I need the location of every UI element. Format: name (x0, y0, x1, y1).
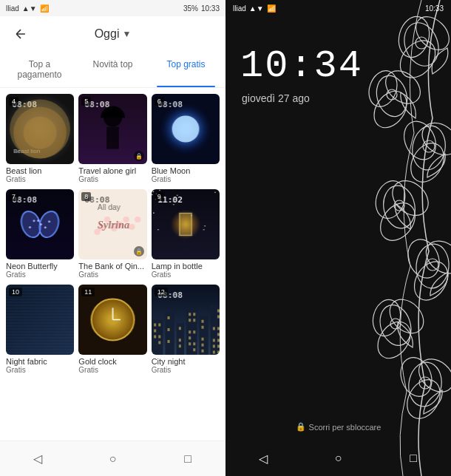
wallpaper-name: The Bank of Qin... (78, 262, 146, 271)
thumbnail: 12 (152, 285, 220, 355)
list-item[interactable]: 9 Lamp in bottle Gratis (152, 189, 220, 279)
nav-home-button[interactable]: ○ (98, 444, 127, 474)
carrier-right: lliad ▲▼ 📶 (233, 4, 276, 13)
wifi-right: 📶 (267, 4, 276, 13)
tabs-bar: Top a pagamento Novità top Top gratis (0, 52, 226, 88)
lock-screen: 10:34 giovedì 27 ago 🔒 Scorri per sblocc… (226, 0, 451, 476)
thumbnail: 7 (6, 189, 74, 259)
wallpaper-price: Gratis (152, 271, 220, 279)
wallpaper-price: Gratis (6, 271, 74, 279)
wallpaper-price: Gratis (78, 175, 146, 183)
wallpaper-name: Lamp in bottle (152, 262, 220, 271)
nav-home-button-right[interactable]: ○ (323, 443, 353, 473)
lock-time: 10:34 (240, 44, 363, 88)
rank-badge: 6 (155, 97, 164, 106)
thumbnail: 6 (152, 94, 220, 164)
lock-icon: 🔒 (134, 151, 144, 161)
status-bar-left: lliad ▲▼ 📶 35% 10:33 (0, 0, 226, 16)
wallpaper-price: Gratis (6, 366, 74, 374)
nav-recents-button[interactable]: □ (173, 444, 203, 474)
thumbnail: 11 (78, 285, 146, 355)
tab-new[interactable]: Novità top (76, 52, 149, 87)
thumbnail: 5 🔒 (78, 94, 146, 164)
time-right: 10:33 (425, 4, 444, 13)
left-panel: lliad ▲▼ 📶 35% 10:33 Oggi ▼ Top a pagame… (0, 0, 226, 476)
rank-badge: 9 (155, 192, 164, 201)
wallpaper-name: Travel alone girl (78, 166, 146, 175)
wallpaper-name: Night fabric (6, 357, 74, 366)
wallpaper-price: Gratis (152, 366, 220, 374)
battery-left: 35% (183, 4, 198, 13)
wifi-left: 📶 (40, 4, 49, 13)
unlock-hint: 🔒 Scorri per sbloccare (296, 422, 382, 432)
status-left: lliad ▲▼ 📶 (6, 4, 49, 13)
rank-badge: 4 (9, 97, 18, 106)
wallpaper-name: Beast lion (6, 166, 74, 175)
status-bar-right: lliad ▲▼ 📶 10:33 (226, 0, 451, 16)
thumbnail: 8 🔒 (78, 189, 146, 259)
rank-badge: 12 (155, 288, 168, 296)
wallpaper-name: Neon Butterfly (6, 262, 74, 271)
list-item[interactable]: 7 Neon Butterfly Gratis (6, 189, 74, 279)
wallpaper-price: Gratis (6, 175, 74, 183)
grid-row-3: 10 Night fabric Gratis 11 Gold clock Gra… (6, 285, 220, 374)
rank-badge: 7 (9, 192, 18, 201)
list-item[interactable]: 11 Gold clock Gratis (78, 285, 146, 374)
list-item[interactable]: 12 City night Gratis (152, 285, 220, 374)
status-right-left: 35% 10:33 (183, 4, 220, 13)
wallpaper-price: Gratis (152, 175, 220, 183)
list-item[interactable]: 8 🔒 The Bank of Qin... Gratis (78, 189, 146, 279)
wallpaper-price: Gratis (78, 271, 146, 279)
time-left: 10:33 (201, 4, 220, 13)
rank-badge: 11 (81, 288, 95, 296)
list-item[interactable]: 5 🔒 Travel alone girl Gratis (78, 94, 146, 183)
grid-row-1: 4 Beast lion Gratis 5 🔒 Travel alone gir… (6, 94, 220, 183)
nav-recents-button-right[interactable]: □ (399, 443, 428, 473)
lock-date: giovedì 27 ago (242, 92, 310, 104)
dropdown-icon[interactable]: ▼ (122, 29, 131, 39)
list-item[interactable]: 4 Beast lion Gratis (6, 94, 74, 183)
tab-paid[interactable]: Top a pagamento (3, 52, 76, 87)
rank-badge: 10 (9, 288, 22, 296)
nav-back-button[interactable]: ◁ (23, 444, 52, 474)
wallpaper-name: Gold clock (78, 357, 146, 366)
list-item[interactable]: 10 Night fabric Gratis (6, 285, 74, 374)
nav-back-button-right[interactable]: ◁ (248, 443, 278, 473)
lock-small-icon: 🔒 (296, 422, 306, 432)
top-bar: Oggi ▼ (0, 16, 226, 52)
thumbnail: 10 (6, 285, 74, 355)
wallpaper-price: Gratis (78, 366, 146, 374)
grid-row-2: 7 Neon Butterfly Gratis 8 🔒 The Bank of … (6, 189, 220, 279)
wallpaper-name: City night (152, 357, 220, 366)
rank-badge: 5 (81, 97, 91, 106)
lock-icon: 🔒 (134, 246, 144, 256)
tab-free[interactable]: Top gratis (149, 52, 223, 87)
wallpaper-name: Blue Moon (152, 166, 220, 175)
thumbnail: 9 (152, 189, 220, 259)
signal-right: ▲▼ (249, 4, 264, 13)
signal-left: ▲▼ (22, 4, 37, 13)
page-title: Oggi ▼ (33, 27, 193, 41)
wallpaper-grid: 4 Beast lion Gratis 5 🔒 Travel alone gir… (0, 88, 226, 441)
bottom-nav-left: ◁ ○ □ (0, 441, 226, 476)
thumbnail: 4 (6, 94, 74, 164)
right-panel: lliad ▲▼ 📶 10:33 (226, 0, 451, 476)
list-item[interactable]: 6 Blue Moon Gratis (152, 94, 220, 183)
carrier-left: lliad (6, 4, 19, 13)
bottom-nav-right: ◁ ○ □ (226, 441, 451, 476)
rank-badge: 8 (81, 192, 91, 201)
back-button[interactable] (9, 22, 33, 46)
